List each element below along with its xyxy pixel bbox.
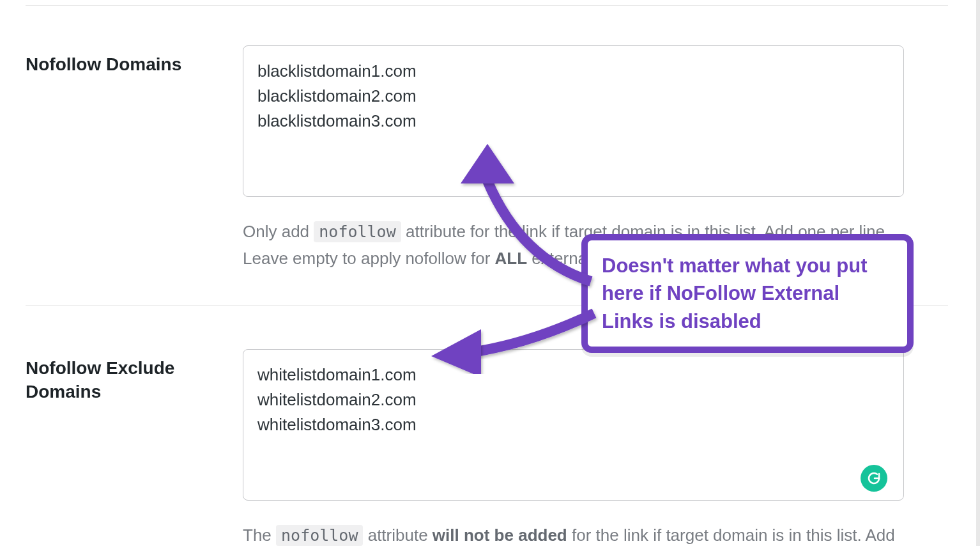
help-text: attribute (363, 526, 432, 545)
grammarly-icon[interactable] (861, 465, 887, 492)
annotation-text: Doesn't matter what you put here if NoFo… (602, 252, 893, 335)
nofollow-domains-textarea[interactable] (243, 45, 904, 197)
field-label-col: Nofollow Exclude Domains (26, 349, 217, 546)
scrollbar-track[interactable] (976, 0, 980, 546)
annotation-callout: Doesn't matter what you put here if NoFo… (581, 234, 914, 353)
field-col: The nofollow attribute will not be added… (243, 349, 904, 546)
field-label-col: Nofollow Domains (26, 45, 217, 272)
divider (26, 5, 948, 6)
help-text: Only add (243, 222, 314, 241)
help-text: The (243, 526, 276, 545)
nofollow-exclude-textarea[interactable] (243, 349, 904, 501)
code-nofollow: nofollow (276, 525, 363, 546)
help-bold: will not be added (433, 526, 567, 545)
nofollow-exclude-label: Nofollow Exclude Domains (26, 357, 217, 403)
nofollow-exclude-section: Nofollow Exclude Domains The nofollow at… (0, 349, 974, 546)
nofollow-domains-label: Nofollow Domains (26, 53, 217, 76)
nofollow-exclude-help: The nofollow attribute will not be added… (243, 522, 904, 546)
code-nofollow: nofollow (314, 221, 401, 242)
help-bold: ALL (495, 249, 528, 268)
